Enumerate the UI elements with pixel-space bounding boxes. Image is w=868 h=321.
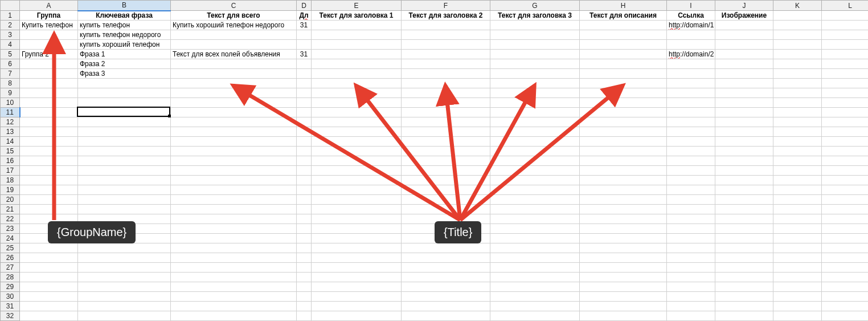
cell-E5[interactable] [312, 50, 402, 59]
cell-B2[interactable]: купить телефон [78, 21, 171, 30]
cell-G26[interactable] [490, 253, 580, 263]
cell-D14[interactable] [297, 137, 312, 147]
cell-B12[interactable] [78, 117, 171, 127]
cell-K11[interactable] [773, 108, 822, 117]
cell-C7[interactable] [171, 69, 297, 79]
cell-G3[interactable] [490, 30, 580, 40]
cell-I30[interactable] [667, 292, 715, 302]
row-header-23[interactable]: 23 [1, 224, 20, 234]
row-header-14[interactable]: 14 [1, 137, 20, 147]
row-header-21[interactable]: 21 [1, 205, 20, 214]
cell-J28[interactable] [715, 273, 773, 282]
cell-G10[interactable] [490, 98, 580, 108]
cell-B28[interactable] [78, 273, 171, 282]
cell-E21[interactable] [312, 205, 402, 214]
cell-G19[interactable] [490, 185, 580, 195]
cell-B31[interactable] [78, 302, 171, 311]
cell-E29[interactable] [312, 282, 402, 292]
cell-J1[interactable]: Изображение [715, 11, 773, 21]
cell-K2[interactable] [773, 21, 822, 30]
cell-I26[interactable] [667, 253, 715, 263]
cell-E32[interactable] [312, 311, 402, 321]
cell-B21[interactable] [78, 205, 171, 214]
cell-F27[interactable] [402, 263, 490, 273]
cell-L12[interactable] [822, 117, 869, 127]
cell-K18[interactable] [773, 176, 822, 185]
cell-C22[interactable] [171, 214, 297, 224]
cell-L4[interactable] [822, 40, 869, 50]
cell-F19[interactable] [402, 185, 490, 195]
cell-E16[interactable] [312, 156, 402, 166]
cell-I7[interactable] [667, 69, 715, 79]
cell-I6[interactable] [667, 59, 715, 69]
cell-L20[interactable] [822, 195, 869, 205]
cell-A31[interactable] [20, 302, 78, 311]
cell-A19[interactable] [20, 185, 78, 195]
cell-G22[interactable] [490, 214, 580, 224]
row-header-31[interactable]: 31 [1, 302, 20, 311]
cell-B6[interactable]: Фраза 2 [78, 59, 171, 69]
cell-G5[interactable] [490, 50, 580, 59]
cell-C25[interactable] [171, 243, 297, 253]
cell-D17[interactable] [297, 166, 312, 176]
cell-G23[interactable] [490, 224, 580, 234]
cell-H29[interactable] [580, 282, 667, 292]
cell-A32[interactable] [20, 311, 78, 321]
cell-B5[interactable]: Фраза 1 [78, 50, 171, 59]
cell-F8[interactable] [402, 79, 490, 88]
cell-L10[interactable] [822, 98, 869, 108]
column-header-J[interactable]: J [715, 1, 773, 11]
row-header-3[interactable]: 3 [1, 30, 20, 40]
cell-E14[interactable] [312, 137, 402, 147]
cell-K3[interactable] [773, 30, 822, 40]
cell-D16[interactable] [297, 156, 312, 166]
cell-I31[interactable] [667, 302, 715, 311]
cell-B3[interactable]: купить телефон недорого [78, 30, 171, 40]
row-header-11[interactable]: 11 [1, 108, 20, 117]
row-header-30[interactable]: 30 [1, 292, 20, 302]
cell-B10[interactable] [78, 98, 171, 108]
cell-B18[interactable] [78, 176, 171, 185]
cell-G25[interactable] [490, 243, 580, 253]
cell-B9[interactable] [78, 88, 171, 98]
cell-I1[interactable]: Ссылка [667, 11, 715, 21]
cell-A4[interactable] [20, 40, 78, 50]
cell-H2[interactable] [580, 21, 667, 30]
cell-L24[interactable] [822, 234, 869, 243]
cell-A25[interactable] [20, 243, 78, 253]
cell-C3[interactable] [171, 30, 297, 40]
row-header-9[interactable]: 9 [1, 88, 20, 98]
cell-C6[interactable] [171, 59, 297, 69]
cell-G16[interactable] [490, 156, 580, 166]
cell-D13[interactable] [297, 127, 312, 137]
cell-H16[interactable] [580, 156, 667, 166]
cell-H19[interactable] [580, 185, 667, 195]
cell-I13[interactable] [667, 127, 715, 137]
row-header-19[interactable]: 19 [1, 185, 20, 195]
cell-L25[interactable] [822, 243, 869, 253]
column-header-L[interactable]: L [822, 1, 869, 11]
cell-G9[interactable] [490, 88, 580, 98]
cell-H21[interactable] [580, 205, 667, 214]
cell-F29[interactable] [402, 282, 490, 292]
row-header-8[interactable]: 8 [1, 79, 20, 88]
cell-H31[interactable] [580, 302, 667, 311]
cell-E15[interactable] [312, 147, 402, 156]
cell-F14[interactable] [402, 137, 490, 147]
cell-D8[interactable] [297, 79, 312, 88]
cell-J16[interactable] [715, 156, 773, 166]
cell-A28[interactable] [20, 273, 78, 282]
cell-B11[interactable] [78, 108, 171, 117]
cell-L27[interactable] [822, 263, 869, 273]
cell-I17[interactable] [667, 166, 715, 176]
cell-B19[interactable] [78, 185, 171, 195]
row-header-13[interactable]: 13 [1, 127, 20, 137]
cell-B27[interactable] [78, 263, 171, 273]
cell-L21[interactable] [822, 205, 869, 214]
cell-J14[interactable] [715, 137, 773, 147]
cell-H22[interactable] [580, 214, 667, 224]
cell-B30[interactable] [78, 292, 171, 302]
cell-H28[interactable] [580, 273, 667, 282]
cell-K1[interactable] [773, 11, 822, 21]
cell-F31[interactable] [402, 302, 490, 311]
